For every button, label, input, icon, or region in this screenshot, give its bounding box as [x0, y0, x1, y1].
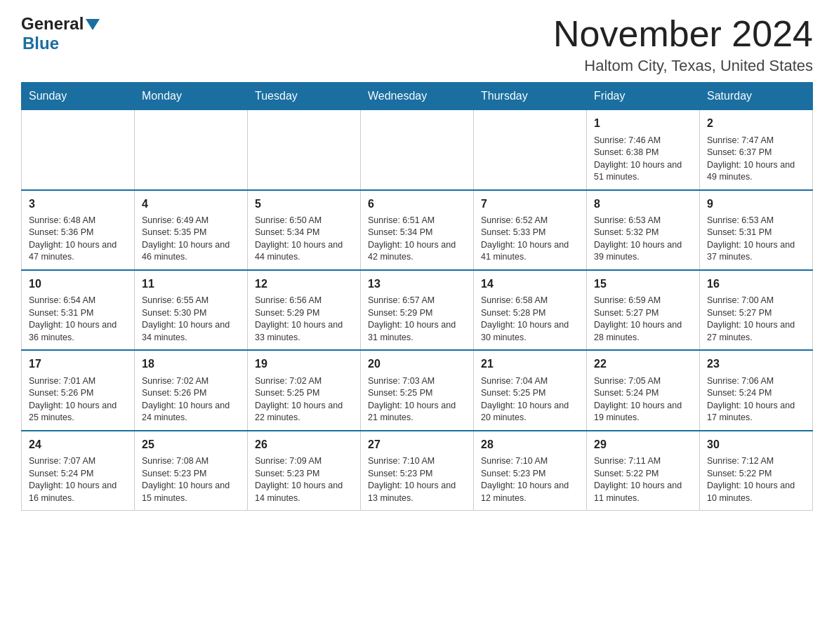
logo: General Blue	[21, 14, 100, 53]
day-info: Sunrise: 7:06 AM Sunset: 5:24 PM Dayligh…	[707, 375, 805, 424]
calendar-cell: 16Sunrise: 7:00 AM Sunset: 5:27 PM Dayli…	[700, 270, 813, 350]
day-info: Sunrise: 6:57 AM Sunset: 5:29 PM Dayligh…	[368, 295, 466, 344]
calendar-cell: 5Sunrise: 6:50 AM Sunset: 5:34 PM Daylig…	[248, 190, 361, 270]
calendar-cell: 21Sunrise: 7:04 AM Sunset: 5:25 PM Dayli…	[474, 350, 587, 430]
day-info: Sunrise: 7:12 AM Sunset: 5:22 PM Dayligh…	[707, 455, 805, 504]
day-info: Sunrise: 6:48 AM Sunset: 5:36 PM Dayligh…	[29, 215, 127, 264]
day-number: 12	[255, 276, 353, 292]
day-info: Sunrise: 7:02 AM Sunset: 5:25 PM Dayligh…	[255, 375, 353, 424]
day-header-saturday: Saturday	[700, 83, 813, 110]
day-number: 28	[481, 437, 579, 452]
calendar-cell: 1Sunrise: 7:46 AM Sunset: 6:38 PM Daylig…	[587, 110, 700, 190]
day-number: 30	[707, 437, 805, 452]
calendar-week-row: 17Sunrise: 7:01 AM Sunset: 5:26 PM Dayli…	[22, 350, 813, 430]
day-number: 23	[707, 356, 805, 372]
day-number: 3	[29, 196, 127, 212]
calendar-table: SundayMondayTuesdayWednesdayThursdayFrid…	[21, 82, 813, 511]
calendar-cell	[22, 110, 135, 190]
day-number: 21	[481, 356, 579, 372]
day-number: 16	[707, 276, 805, 292]
day-number: 9	[707, 196, 805, 212]
calendar-cell: 10Sunrise: 6:54 AM Sunset: 5:31 PM Dayli…	[22, 270, 135, 350]
day-number: 8	[594, 196, 692, 212]
day-info: Sunrise: 6:56 AM Sunset: 5:29 PM Dayligh…	[255, 295, 353, 344]
day-number: 4	[142, 196, 240, 212]
day-number: 24	[29, 437, 127, 452]
calendar-cell	[135, 110, 248, 190]
location-title: Haltom City, Texas, United States	[553, 57, 813, 75]
day-info: Sunrise: 6:49 AM Sunset: 5:35 PM Dayligh…	[142, 215, 240, 264]
day-number: 22	[594, 356, 692, 372]
day-number: 2	[707, 116, 805, 131]
calendar-cell: 6Sunrise: 6:51 AM Sunset: 5:34 PM Daylig…	[361, 190, 474, 270]
day-info: Sunrise: 7:11 AM Sunset: 5:22 PM Dayligh…	[594, 455, 692, 504]
day-info: Sunrise: 7:10 AM Sunset: 5:23 PM Dayligh…	[368, 455, 466, 504]
day-info: Sunrise: 7:07 AM Sunset: 5:24 PM Dayligh…	[29, 455, 127, 504]
day-header-monday: Monday	[135, 83, 248, 110]
day-info: Sunrise: 7:47 AM Sunset: 6:37 PM Dayligh…	[707, 135, 805, 184]
day-info: Sunrise: 7:03 AM Sunset: 5:25 PM Dayligh…	[368, 375, 466, 424]
calendar-cell: 27Sunrise: 7:10 AM Sunset: 5:23 PM Dayli…	[361, 431, 474, 511]
calendar-cell: 9Sunrise: 6:53 AM Sunset: 5:31 PM Daylig…	[700, 190, 813, 270]
day-info: Sunrise: 7:09 AM Sunset: 5:23 PM Dayligh…	[255, 455, 353, 504]
day-info: Sunrise: 6:50 AM Sunset: 5:34 PM Dayligh…	[255, 215, 353, 264]
calendar-week-row: 1Sunrise: 7:46 AM Sunset: 6:38 PM Daylig…	[22, 110, 813, 190]
calendar-cell: 23Sunrise: 7:06 AM Sunset: 5:24 PM Dayli…	[700, 350, 813, 430]
day-info: Sunrise: 6:53 AM Sunset: 5:31 PM Dayligh…	[707, 215, 805, 264]
day-info: Sunrise: 7:05 AM Sunset: 5:24 PM Dayligh…	[594, 375, 692, 424]
calendar-cell: 19Sunrise: 7:02 AM Sunset: 5:25 PM Dayli…	[248, 350, 361, 430]
day-info: Sunrise: 6:53 AM Sunset: 5:32 PM Dayligh…	[594, 215, 692, 264]
calendar-cell: 11Sunrise: 6:55 AM Sunset: 5:30 PM Dayli…	[135, 270, 248, 350]
day-info: Sunrise: 6:58 AM Sunset: 5:28 PM Dayligh…	[481, 295, 579, 344]
day-info: Sunrise: 6:55 AM Sunset: 5:30 PM Dayligh…	[142, 295, 240, 344]
day-info: Sunrise: 7:04 AM Sunset: 5:25 PM Dayligh…	[481, 375, 579, 424]
calendar-week-row: 3Sunrise: 6:48 AM Sunset: 5:36 PM Daylig…	[22, 190, 813, 270]
calendar-cell: 3Sunrise: 6:48 AM Sunset: 5:36 PM Daylig…	[22, 190, 135, 270]
logo-triangle-icon	[86, 19, 100, 30]
calendar-cell: 25Sunrise: 7:08 AM Sunset: 5:23 PM Dayli…	[135, 431, 248, 511]
calendar-cell	[248, 110, 361, 190]
day-number: 15	[594, 276, 692, 292]
logo-general-text: General	[21, 14, 84, 34]
day-info: Sunrise: 7:08 AM Sunset: 5:23 PM Dayligh…	[142, 455, 240, 504]
day-info: Sunrise: 7:46 AM Sunset: 6:38 PM Dayligh…	[594, 135, 692, 184]
day-number: 10	[29, 276, 127, 292]
calendar-cell: 8Sunrise: 6:53 AM Sunset: 5:32 PM Daylig…	[587, 190, 700, 270]
calendar-cell	[474, 110, 587, 190]
day-info: Sunrise: 6:59 AM Sunset: 5:27 PM Dayligh…	[594, 295, 692, 344]
day-number: 27	[368, 437, 466, 452]
month-title: November 2024	[553, 14, 813, 54]
day-number: 14	[481, 276, 579, 292]
day-number: 11	[142, 276, 240, 292]
calendar-cell: 4Sunrise: 6:49 AM Sunset: 5:35 PM Daylig…	[135, 190, 248, 270]
day-info: Sunrise: 6:54 AM Sunset: 5:31 PM Dayligh…	[29, 295, 127, 344]
day-number: 29	[594, 437, 692, 452]
day-header-wednesday: Wednesday	[361, 83, 474, 110]
day-info: Sunrise: 7:10 AM Sunset: 5:23 PM Dayligh…	[481, 455, 579, 504]
day-number: 1	[594, 116, 692, 131]
calendar-cell: 22Sunrise: 7:05 AM Sunset: 5:24 PM Dayli…	[587, 350, 700, 430]
calendar-cell: 28Sunrise: 7:10 AM Sunset: 5:23 PM Dayli…	[474, 431, 587, 511]
calendar-cell: 15Sunrise: 6:59 AM Sunset: 5:27 PM Dayli…	[587, 270, 700, 350]
calendar-cell: 29Sunrise: 7:11 AM Sunset: 5:22 PM Dayli…	[587, 431, 700, 511]
day-number: 18	[142, 356, 240, 372]
calendar-cell: 12Sunrise: 6:56 AM Sunset: 5:29 PM Dayli…	[248, 270, 361, 350]
day-number: 7	[481, 196, 579, 212]
day-info: Sunrise: 7:00 AM Sunset: 5:27 PM Dayligh…	[707, 295, 805, 344]
calendar-cell: 18Sunrise: 7:02 AM Sunset: 5:26 PM Dayli…	[135, 350, 248, 430]
calendar-cell: 2Sunrise: 7:47 AM Sunset: 6:37 PM Daylig…	[700, 110, 813, 190]
day-info: Sunrise: 6:52 AM Sunset: 5:33 PM Dayligh…	[481, 215, 579, 264]
calendar-cell: 14Sunrise: 6:58 AM Sunset: 5:28 PM Dayli…	[474, 270, 587, 350]
day-number: 17	[29, 356, 127, 372]
calendar-cell: 24Sunrise: 7:07 AM Sunset: 5:24 PM Dayli…	[22, 431, 135, 511]
calendar-cell: 26Sunrise: 7:09 AM Sunset: 5:23 PM Dayli…	[248, 431, 361, 511]
day-number: 6	[368, 196, 466, 212]
day-number: 25	[142, 437, 240, 452]
calendar-header-row: SundayMondayTuesdayWednesdayThursdayFrid…	[22, 83, 813, 110]
day-header-sunday: Sunday	[22, 83, 135, 110]
calendar-cell	[361, 110, 474, 190]
day-info: Sunrise: 7:02 AM Sunset: 5:26 PM Dayligh…	[142, 375, 240, 424]
calendar-cell: 13Sunrise: 6:57 AM Sunset: 5:29 PM Dayli…	[361, 270, 474, 350]
calendar-cell: 30Sunrise: 7:12 AM Sunset: 5:22 PM Dayli…	[700, 431, 813, 511]
day-number: 5	[255, 196, 353, 212]
